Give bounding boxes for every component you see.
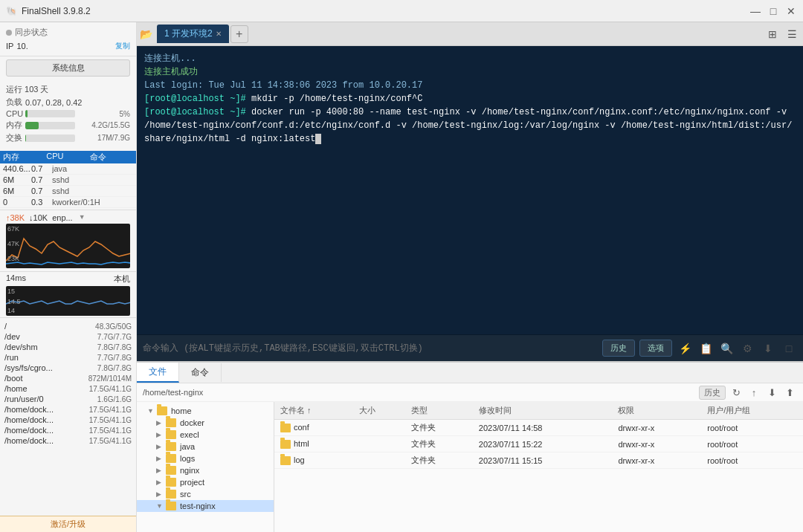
command-input[interactable]	[143, 343, 598, 354]
maximize-button[interactable]: □	[767, 5, 779, 17]
folder-log-icon	[280, 456, 291, 465]
proc-row-0: 440.6... 0.7 java	[0, 163, 136, 175]
net-expand-icon: ▼	[79, 213, 86, 222]
expand-logs-icon: ▶	[156, 455, 164, 462]
load-label: 负载	[6, 97, 22, 108]
swap-row: 交换 17M/7.9G	[6, 132, 130, 143]
lightning-icon[interactable]: ⚡	[677, 340, 693, 357]
net-y-47k: 47K	[7, 240, 19, 247]
folder-icon: 📂	[140, 28, 152, 40]
file-row-html[interactable]: html 文件夹 2023/07/11 15:22 drwxr-xr-x roo…	[274, 436, 803, 452]
copy-icon[interactable]: 📋	[697, 340, 714, 357]
tab-label: 1 开发环境2	[164, 27, 213, 40]
col-owner[interactable]: 用户/用户组	[701, 402, 803, 420]
terminal[interactable]: 连接主机... 连接主机成功 Last login: Tue Jul 11 14…	[137, 46, 803, 334]
net-y-23k: 23K	[7, 255, 19, 262]
col-modified[interactable]: 修改时间	[473, 402, 613, 420]
proc-row-2: 6M 0.7 sshd	[0, 186, 136, 197]
file-row-log[interactable]: log 文件夹 2023/07/11 15:15 drwxr-xr-x root…	[274, 452, 803, 469]
tab-dev-env[interactable]: 1 开发环境2 ✕	[157, 25, 229, 43]
path-dev-size: 7.7G/7.7G	[97, 333, 132, 341]
download-icon[interactable]: ⬇	[760, 340, 776, 357]
tab-grid-icon[interactable]: ⊞	[764, 26, 781, 42]
ping-y-145: 14.5	[7, 298, 21, 305]
history-button[interactable]: 历史	[602, 340, 635, 357]
select-button[interactable]: 选项	[639, 340, 672, 357]
ftree-home-label: home	[171, 406, 192, 415]
activate-button[interactable]: 激活/升级	[0, 516, 136, 532]
file-row-conf[interactable]: conf 文件夹 2023/07/11 14:58 drwxr-xr-x roo…	[274, 420, 803, 436]
titlebar: 🐚 FinalShell 3.9.8.2 — □ ✕	[0, 0, 803, 22]
expand-nginx-icon: ▶	[156, 467, 164, 474]
ftree-test-nginx[interactable]: ▼ test-nginx	[137, 500, 274, 512]
path-dev: /dev	[4, 332, 97, 341]
ftree-execl[interactable]: ▶ execl	[137, 429, 274, 441]
close-button[interactable]: ✕	[785, 5, 797, 17]
path-row-home: /home 17.5G/41.1G	[0, 383, 136, 394]
search-icon[interactable]: 🔍	[718, 340, 735, 357]
net-iface: enp...	[52, 213, 73, 222]
file-table: 文件名 ↑ 大小 类型 修改时间 权限 用户/用户组 conf	[274, 402, 803, 532]
path-dock2-size: 17.5G/41.1G	[89, 416, 132, 424]
path-root: /	[4, 322, 95, 331]
cpu-bar-wrap	[25, 110, 75, 117]
cpu-label: CPU	[6, 109, 22, 118]
fullscreen-icon[interactable]: □	[781, 340, 797, 357]
path-run-size: 7.7G/7.8G	[97, 354, 132, 362]
proc-col-mem: 内存	[3, 152, 46, 163]
file-up-icon[interactable]: ↑	[746, 385, 761, 400]
copy-ip-button[interactable]: 复制	[115, 41, 130, 51]
titlebar-left: 🐚 FinalShell 3.9.8.2	[6, 6, 91, 16]
folder-home-icon	[157, 406, 167, 415]
col-size[interactable]: 大小	[353, 402, 405, 420]
col-filename[interactable]: 文件名 ↑	[274, 402, 353, 420]
sidebar-top: 同步状态 IP 10. 复制	[0, 22, 136, 56]
path-boot-size: 872M/1014M	[88, 374, 132, 383]
file-name-conf: conf	[274, 420, 353, 436]
file-tab-files[interactable]: 文件	[137, 363, 179, 383]
file-name-log: log	[274, 452, 353, 469]
col-type[interactable]: 类型	[405, 402, 472, 420]
folder-src-icon	[166, 490, 176, 499]
settings-icon[interactable]: ⚙	[739, 340, 755, 357]
app-title: FinalShell 3.9.8.2	[22, 6, 91, 16]
ping-graph: 15 14.5 14	[6, 286, 130, 316]
ftree-logs[interactable]: ▶ logs	[137, 452, 274, 464]
load-value: 0.07, 0.28, 0.42	[25, 98, 82, 107]
tab-close-icon[interactable]: ✕	[216, 30, 222, 38]
main-layout: 同步状态 IP 10. 复制 系统信息 运行 103 天 负载 0.07, 0.…	[0, 22, 803, 532]
ftree-project[interactable]: ▶ project	[137, 476, 274, 488]
ftree-home[interactable]: ▼ home	[137, 405, 274, 417]
system-stats: 运行 103 天 负载 0.07, 0.28, 0.42 CPU 5% 内存 4…	[0, 80, 136, 148]
ftree-logs-label: logs	[180, 454, 195, 463]
path-row-dev: /dev 7.7G/7.7G	[0, 331, 136, 342]
network-section: ↑38K ↓10K enp... ▼ 67K 47K 23K	[0, 210, 136, 271]
minimize-button[interactable]: —	[749, 5, 761, 17]
ftree-java[interactable]: ▶ java	[137, 441, 274, 452]
folder-html-icon	[280, 440, 291, 449]
file-refresh-icon[interactable]: ↻	[729, 385, 744, 400]
sync-status-row: 同步状态	[6, 25, 130, 39]
path-devshm-size: 7.8G/7.8G	[97, 343, 132, 351]
new-tab-button[interactable]: +	[230, 25, 248, 43]
file-upload-icon[interactable]: ⬆	[782, 385, 797, 400]
file-tab-commands[interactable]: 命令	[179, 363, 222, 382]
path-dock2: /home/dock...	[4, 415, 89, 424]
ftree-src[interactable]: ▶ src	[137, 488, 274, 500]
tab-bar: 📂 1 开发环境2 ✕ + ⊞ ☰	[137, 22, 803, 46]
col-perms[interactable]: 权限	[612, 402, 701, 420]
tab-menu-icon[interactable]: ☰	[784, 26, 800, 42]
ftree-docker[interactable]: ▶ docker	[137, 417, 274, 429]
expand-home-icon: ▼	[147, 407, 155, 415]
file-size-log	[353, 452, 405, 469]
sysinfo-button[interactable]: 系统信息	[6, 59, 130, 77]
process-header: 内存 CPU 命令	[0, 151, 136, 163]
file-size-html	[353, 436, 405, 452]
file-download-icon[interactable]: ⬇	[764, 385, 779, 400]
ping-section: 14ms 本机 15 14.5 14	[0, 271, 136, 317]
path-run-user-size: 1.6G/1.6G	[97, 395, 132, 403]
file-history-button[interactable]: 历史	[699, 386, 726, 400]
proc-mem-2: 6M	[3, 186, 31, 195]
ftree-nginx[interactable]: ▶ nginx	[137, 464, 274, 476]
folder-icon-btn[interactable]: 📂	[140, 28, 152, 40]
